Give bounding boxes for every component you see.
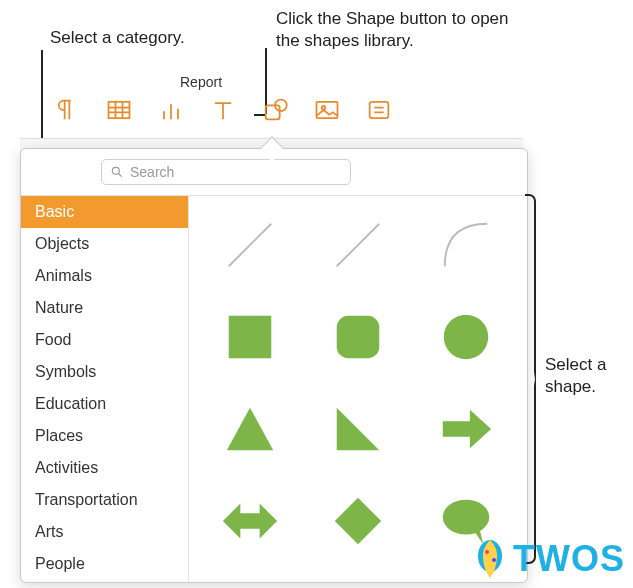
svg-rect-0	[109, 102, 130, 118]
table-icon[interactable]	[105, 96, 133, 124]
sidebar-item-people[interactable]: People	[21, 548, 188, 580]
svg-marker-15	[223, 504, 277, 539]
shape-diagonal-line[interactable]	[315, 216, 401, 274]
sidebar-item-symbols[interactable]: Symbols	[21, 356, 188, 388]
category-sidebar: BasicObjectsAnimalsNatureFoodSymbolsEduc…	[21, 196, 189, 582]
shape-square[interactable]	[207, 308, 293, 366]
svg-marker-16	[335, 498, 381, 544]
svg-point-25	[492, 558, 496, 562]
annotation-select-category: Select a category.	[50, 28, 185, 48]
svg-point-11	[444, 315, 488, 359]
annotation-select-shape: Select a shape.	[545, 354, 633, 398]
bracket-icon	[524, 194, 536, 564]
shape-arrow-right[interactable]	[423, 400, 509, 458]
svg-marker-14	[443, 410, 491, 449]
watermark-logo: TWOS	[473, 538, 625, 580]
shape-double-arrow[interactable]	[207, 492, 293, 550]
svg-point-24	[485, 550, 489, 554]
svg-point-6	[112, 167, 119, 174]
svg-marker-12	[227, 408, 273, 451]
toolbar	[53, 96, 393, 124]
svg-rect-3	[317, 102, 338, 118]
search-icon	[110, 165, 124, 179]
comment-icon[interactable]	[365, 96, 393, 124]
sidebar-item-activities[interactable]: Activities	[21, 452, 188, 484]
media-icon[interactable]	[313, 96, 341, 124]
shape-rounded-square[interactable]	[315, 308, 401, 366]
search-placeholder: Search	[130, 164, 174, 180]
svg-rect-1	[266, 105, 280, 119]
sidebar-item-objects[interactable]: Objects	[21, 228, 188, 260]
sidebar-item-arts[interactable]: Arts	[21, 516, 188, 548]
svg-point-17	[443, 500, 489, 535]
logo-icon	[473, 538, 507, 580]
text-icon[interactable]	[209, 96, 237, 124]
svg-line-8	[337, 224, 380, 267]
svg-rect-5	[370, 102, 389, 118]
sidebar-item-education[interactable]: Education	[21, 388, 188, 420]
svg-marker-13	[337, 408, 380, 451]
sidebar-item-animals[interactable]: Animals	[21, 260, 188, 292]
search-input[interactable]: Search	[101, 159, 351, 185]
sidebar-item-basic[interactable]: Basic	[21, 196, 188, 228]
svg-line-7	[229, 224, 272, 267]
shapes-grid	[189, 196, 527, 582]
sidebar-item-nature[interactable]: Nature	[21, 292, 188, 324]
shape-icon[interactable]	[261, 96, 289, 124]
shape-right-triangle[interactable]	[315, 400, 401, 458]
pilcrow-icon[interactable]	[53, 96, 81, 124]
shape-curve[interactable]	[423, 216, 509, 274]
chart-icon[interactable]	[157, 96, 185, 124]
document-title: Report	[180, 74, 222, 90]
sidebar-item-food[interactable]: Food	[21, 324, 188, 356]
shape-diamond[interactable]	[315, 492, 401, 550]
shape-triangle[interactable]	[207, 400, 293, 458]
annotation-shape-button: Click the Shape button to open the shape…	[276, 8, 536, 52]
sidebar-item-transportation[interactable]: Transportation	[21, 484, 188, 516]
logo-text: TWOS	[513, 538, 625, 580]
sidebar-item-places[interactable]: Places	[21, 420, 188, 452]
shape-line[interactable]	[207, 216, 293, 274]
shapes-popover: Search BasicObjectsAnimalsNatureFoodSymb…	[20, 148, 528, 583]
svg-rect-9	[229, 316, 272, 359]
svg-rect-10	[337, 316, 380, 359]
shape-circle[interactable]	[423, 308, 509, 366]
